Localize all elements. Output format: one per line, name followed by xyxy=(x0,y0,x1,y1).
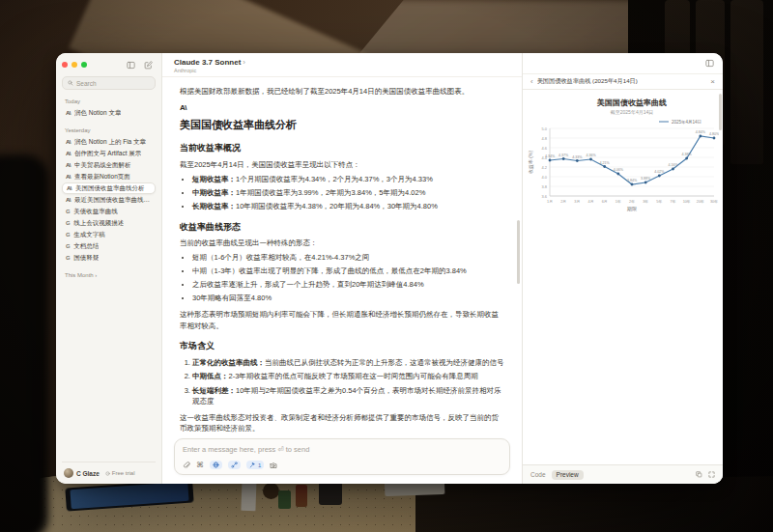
minimize-window-button[interactable] xyxy=(72,62,77,68)
composer-area: Enter a message here, press ⏎ to send ⌘ … xyxy=(162,435,522,484)
shape-bullet-list: 短期（1-6个月）收益率相对较高，在4.21%-4.37%之间中期（1-3年）收… xyxy=(180,252,504,304)
artifact-panel: ‹ 美国国债收益率曲线 (2025年4月14日) × 美国国债收益率曲线截至20… xyxy=(522,53,723,484)
svg-text:5年: 5年 xyxy=(656,199,662,204)
search-icon xyxy=(68,80,73,86)
market-ordered-list: 正常化的收益率曲线：当前曲线已从倒挂状态转为正常的上升形态，这通常被视为经济健康… xyxy=(180,357,504,407)
sidebar-item[interactable]: G线上会议视频描述 xyxy=(62,217,156,229)
svg-text:4月: 4月 xyxy=(588,200,594,204)
overview-bullet-list: 短期收益率：1个月期国债收益率为4.34%，2个月为4.37%，3个月为4.33… xyxy=(180,174,504,212)
message-input[interactable]: Enter a message here, press ⏎ to send ⌘ … xyxy=(174,438,510,475)
close-window-button[interactable] xyxy=(62,62,68,68)
sidebar-list: TodayA\润色 Notion 文章YesterdayA\润色 Notion … xyxy=(62,90,156,281)
sidebar-item[interactable]: A\中美贸易战全面解析 xyxy=(62,159,156,171)
zoom-window-button[interactable] xyxy=(81,62,87,68)
avatar xyxy=(64,468,73,478)
shape-note: 这种形态表明市场预期短期内利率可能会下降，但长期通胀和经济增长预期仍然存在，导致… xyxy=(180,309,504,331)
gemini-logo-icon: G xyxy=(66,220,70,226)
expand-icon[interactable] xyxy=(708,471,715,478)
attach-icon[interactable] xyxy=(183,462,190,469)
svg-text:4.80%: 4.80% xyxy=(709,132,719,136)
svg-text:5.0: 5.0 xyxy=(541,126,547,131)
message-title: 美国国债收益率曲线分析 xyxy=(180,117,504,133)
vendor-label: Anthropic xyxy=(174,68,510,73)
section-heading-market: 市场含义 xyxy=(180,340,504,353)
sidebar-item[interactable]: A\润色 Notion 上的 Fia 文章 xyxy=(62,136,156,148)
copy-artifact-icon[interactable] xyxy=(696,471,702,478)
panel-toggle-icon[interactable] xyxy=(705,59,714,68)
search-input[interactable]: Search xyxy=(62,76,156,90)
svg-text:3.8: 3.8 xyxy=(541,184,547,189)
svg-text:期限: 期限 xyxy=(626,206,637,211)
web-search-pill[interactable] xyxy=(210,461,222,469)
svg-text:10年: 10年 xyxy=(683,199,691,204)
svg-text:4.06%: 4.06% xyxy=(614,168,624,172)
sidebar-item[interactable]: A\创作图文与 Artifact 展示 xyxy=(62,148,156,159)
sidebar-item[interactable]: A\查看最新Notion页面 xyxy=(62,171,156,182)
screenshot-icon[interactable] xyxy=(270,462,277,469)
svg-text:2年: 2年 xyxy=(629,199,635,204)
sidebar-item[interactable]: A\最近美国国债收益率曲线检... xyxy=(62,194,156,206)
new-chat-icon[interactable] xyxy=(144,61,153,70)
svg-text:3月: 3月 xyxy=(574,200,580,204)
list-item: 正常化的收益率曲线：当前曲线已从倒挂状态转为正常的上升形态，这通常被视为经济健康… xyxy=(192,357,504,369)
artifact-footer: Code Preview xyxy=(523,464,723,484)
chat-scrollbar[interactable] xyxy=(517,220,520,284)
sidebar-item-label: 创作图文与 Artifact 展示 xyxy=(74,150,141,158)
sidebar-item[interactable]: G文档总结 xyxy=(62,240,156,252)
artifact-header: ‹ 美国国债收益率曲线 (2025年4月14日) × xyxy=(523,73,723,90)
svg-text:4.34%: 4.34% xyxy=(545,154,556,158)
sidebar-item[interactable]: A\润色 Notion 文章 xyxy=(62,107,156,119)
globe-icon xyxy=(213,462,219,468)
claude-logo-icon: A\ xyxy=(66,151,71,156)
titlebar xyxy=(62,60,156,70)
input-placeholder: Enter a message here, press ⏎ to send xyxy=(183,445,501,454)
panel-top-bar xyxy=(523,53,723,73)
user-name: C Glaze xyxy=(76,470,100,477)
free-trial-icon xyxy=(105,471,110,476)
connectors-pill[interactable] xyxy=(228,461,241,469)
list-item: 短期收益率：1个月期国债收益率为4.34%，2个月为4.37%，3个月为4.33… xyxy=(192,174,504,185)
claude-logo-icon: A\ xyxy=(66,162,71,168)
svg-text:4.84%: 4.84% xyxy=(696,130,706,134)
panel-scrollbar[interactable] xyxy=(719,94,722,130)
section-label: Yesterday xyxy=(65,127,153,133)
list-item: 30年期略有回落至4.80% xyxy=(192,293,504,304)
tab-code[interactable]: Code xyxy=(530,471,546,478)
svg-text:收益率 (%): 收益率 (%) xyxy=(528,151,533,175)
claude-logo-icon: A\ xyxy=(66,174,71,180)
list-item: 中期（1-3年）收益率出现了明显的下降，形成了曲线的低点，最低点在2年期的3.8… xyxy=(192,266,504,277)
section-label[interactable]: This Month › xyxy=(65,272,153,278)
list-item: 短期（1-6个月）收益率相对较高，在4.21%-4.37%之间 xyxy=(192,252,504,264)
svg-text:3.88%: 3.88% xyxy=(641,177,651,181)
overview-intro: 截至2025年4月14日，美国国债收益率呈现出以下特点： xyxy=(180,159,504,171)
sidebar-toggle-icon[interactable] xyxy=(127,61,135,70)
svg-text:4.16%: 4.16% xyxy=(668,163,678,167)
hammer-icon xyxy=(249,462,256,468)
svg-text:7年: 7年 xyxy=(671,199,676,204)
svg-text:4.33%: 4.33% xyxy=(572,155,583,159)
sidebar-item[interactable]: G美债收益率曲线 xyxy=(62,206,156,217)
svg-text:2025年4月14日: 2025年4月14日 xyxy=(672,120,701,125)
svg-text:3.6: 3.6 xyxy=(541,194,547,199)
claude-logo-icon: A\ xyxy=(180,102,504,114)
svg-text:4.8: 4.8 xyxy=(541,136,547,141)
svg-text:3.84%: 3.84% xyxy=(627,179,638,182)
model-selector[interactable]: Claude 3.7 Sonnet xyxy=(174,58,241,67)
sidebar-footer[interactable]: C Glaze Free trial xyxy=(62,462,156,484)
close-icon[interactable]: × xyxy=(710,77,715,86)
tab-preview[interactable]: Preview xyxy=(552,470,584,480)
claude-logo-icon: A\ xyxy=(67,185,72,191)
command-icon[interactable]: ⌘ xyxy=(196,462,204,469)
sidebar-item[interactable]: A\美国国债收益率曲线分析 xyxy=(62,182,156,194)
sidebar-item[interactable]: G生成文字稿 xyxy=(62,229,156,240)
list-item: 长期收益率：10年期国债收益率为4.38%，20年期为4.84%，30年期为4.… xyxy=(192,201,504,212)
tools-pill[interactable]: 1 xyxy=(246,461,264,469)
sidebar-item[interactable]: G国债释疑 xyxy=(62,252,156,264)
svg-text:4.38%: 4.38% xyxy=(682,153,693,156)
sidebar-item-label: 润色 Notion 文章 xyxy=(74,109,121,118)
section-heading-shape: 收益率曲线形态 xyxy=(180,221,504,235)
svg-text:30年: 30年 xyxy=(710,199,718,204)
gemini-logo-icon: G xyxy=(66,209,70,214)
back-chevron-icon[interactable]: ‹ xyxy=(530,77,533,86)
input-toolbar: ⌘ 1 xyxy=(183,461,501,469)
